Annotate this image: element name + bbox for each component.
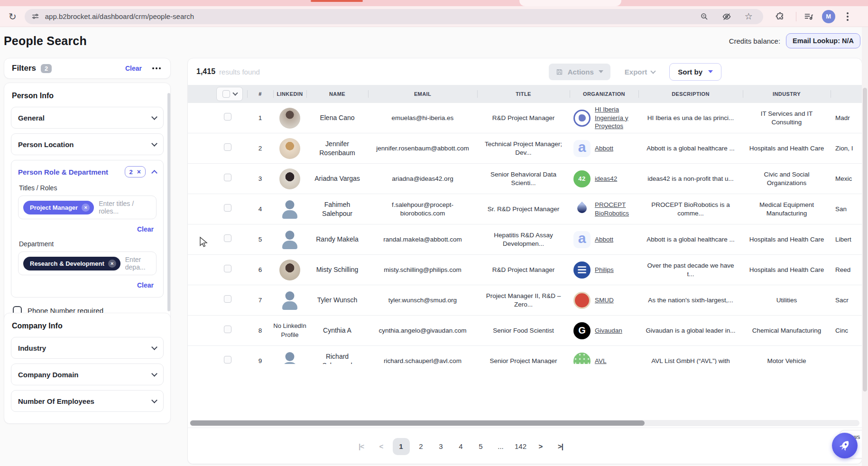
- remove-tag-icon[interactable]: ×: [82, 204, 90, 212]
- select-all-checkbox[interactable]: [222, 90, 230, 98]
- chevron-up-icon[interactable]: [151, 170, 157, 176]
- department-clear-button[interactable]: Clear: [137, 281, 154, 289]
- table-row[interactable]: 2 Jennifer Rosenbaum jennifer.rosenbaum@…: [188, 133, 862, 164]
- filter-section-number-of-employees[interactable]: Number Of Employees: [11, 390, 164, 412]
- row-checkbox[interactable]: [224, 174, 231, 181]
- horizontal-scrollbar-thumb[interactable]: [190, 420, 645, 426]
- table-row[interactable]: 4 Fahimeh Salehpour f.salehpour@procept-…: [188, 194, 862, 224]
- column-header-name[interactable]: NAME: [306, 85, 368, 103]
- person-location: Sacr: [831, 296, 862, 305]
- sort-by-button[interactable]: Sort by: [669, 63, 721, 81]
- row-checkbox[interactable]: [224, 204, 231, 212]
- role-section-title[interactable]: Person Role & Department: [18, 168, 108, 176]
- table-row[interactable]: 8 No LinkedIn Profile Cynthia A cynthia.…: [188, 316, 862, 346]
- column-header-email[interactable]: EMAIL: [368, 85, 477, 103]
- row-checkbox[interactable]: [224, 113, 231, 121]
- organization-link[interactable]: Abbott: [595, 235, 613, 244]
- address-bar[interactable]: app.b2brocket.ai/dashboard/crm/people-se…: [25, 9, 763, 24]
- zoom-icon[interactable]: [700, 12, 709, 21]
- remove-tag-icon[interactable]: ×: [108, 260, 116, 268]
- linkedin-avatar[interactable]: No LinkedIn Profile: [273, 322, 306, 340]
- column-header-[interactable]: #: [247, 85, 273, 103]
- filter-section-general[interactable]: General: [11, 107, 164, 129]
- extensions-icon[interactable]: [776, 12, 785, 21]
- page-scrollbar-thumb[interactable]: [863, 88, 867, 391]
- person-email: richard.schauperl@avl.com: [368, 357, 477, 364]
- row-checkbox[interactable]: [224, 143, 231, 151]
- prev-page-button[interactable]: <: [373, 438, 390, 455]
- page-button-1[interactable]: 1: [393, 438, 410, 455]
- filter-section-company-domain[interactable]: Company Domain: [11, 363, 164, 385]
- table-row[interactable]: 3 Ariadna Vargas ariadna@ideas42.org Sen…: [188, 164, 862, 194]
- table-row[interactable]: 7 Tyler Wunsch tyler.wunsch@smud.org Pro…: [188, 285, 862, 316]
- role-count-badge[interactable]: 2 ×: [125, 166, 146, 177]
- department-input[interactable]: Research & Development × Enter depa...: [18, 252, 157, 275]
- row-checkbox[interactable]: [224, 356, 231, 363]
- organization-link[interactable]: Givaudan: [595, 326, 622, 335]
- export-button[interactable]: Export: [625, 68, 656, 76]
- organization-link[interactable]: HI Iberia Ingeniería y Proyectos: [595, 105, 637, 130]
- linkedin-avatar[interactable]: [273, 108, 306, 129]
- active-tab[interactable]: [519, 0, 621, 6]
- linkedin-avatar[interactable]: [273, 351, 306, 364]
- table-row[interactable]: 9 Richard Schauperl richard.schauperl@av…: [188, 346, 862, 364]
- last-page-button[interactable]: >|: [552, 438, 569, 455]
- organization-link[interactable]: AVL: [595, 357, 607, 364]
- titles-roles-input[interactable]: Project Manager × Enter titles / roles..…: [18, 196, 157, 219]
- filters-scrollbar[interactable]: [167, 93, 170, 311]
- linkedin-avatar[interactable]: [273, 260, 306, 280]
- next-page-button[interactable]: >: [532, 438, 549, 455]
- page-button-3[interactable]: 3: [433, 438, 450, 455]
- column-header-title[interactable]: TITLE: [477, 85, 570, 103]
- title-tag-label: Project Manager: [30, 204, 78, 211]
- filter-section-person-location[interactable]: Person Location: [11, 133, 164, 155]
- page-button-2[interactable]: 2: [413, 438, 430, 455]
- row-checkbox[interactable]: [224, 326, 231, 333]
- select-all-control[interactable]: [216, 87, 243, 101]
- page-button-142[interactable]: 142: [512, 438, 529, 455]
- role-clear-x-icon[interactable]: ×: [137, 168, 141, 176]
- linkedin-avatar[interactable]: [273, 168, 306, 189]
- bookmark-star-icon[interactable]: ☆: [745, 12, 753, 21]
- organization-link[interactable]: PROCEPT BioRobotics: [595, 201, 637, 218]
- profile-avatar[interactable]: M: [822, 10, 835, 23]
- title-tag: Project Manager ×: [23, 201, 94, 214]
- browser-menu-icon[interactable]: [845, 10, 850, 23]
- page-button-4[interactable]: 4: [452, 438, 470, 455]
- credits-value-pill[interactable]: Email Lookup: N/A: [786, 33, 860, 48]
- column-header-linkedin[interactable]: LINKEDIN: [273, 85, 306, 103]
- linkedin-avatar[interactable]: [273, 199, 306, 220]
- first-page-button[interactable]: |<: [353, 438, 370, 455]
- table-row[interactable]: 5 Randy Makela randal.makela@abbott.com …: [188, 224, 862, 255]
- table-row[interactable]: 1 Elena Cano emuelas@hi-iberia.es R&D Pr…: [188, 103, 862, 133]
- row-checkbox[interactable]: [224, 265, 231, 272]
- site-info-icon[interactable]: [31, 12, 39, 20]
- organization-cell: 42 ideas42: [570, 170, 638, 187]
- linkedin-avatar[interactable]: [273, 229, 306, 250]
- column-header-organization[interactable]: ORGANIZATION: [570, 85, 638, 103]
- column-header-description[interactable]: DESCRIPTION: [638, 85, 743, 103]
- linkedin-avatar[interactable]: [273, 138, 306, 159]
- column-header-industry[interactable]: INDUSTRY: [743, 85, 831, 103]
- reload-icon[interactable]: ↻: [9, 12, 17, 21]
- organization-link[interactable]: SMUD: [595, 296, 614, 305]
- row-checkbox[interactable]: [224, 295, 231, 303]
- filter-section-industry[interactable]: Industry: [11, 337, 164, 359]
- page-scrollbar-track[interactable]: [862, 27, 868, 466]
- actions-button[interactable]: Actions: [549, 64, 610, 80]
- row-checkbox[interactable]: [224, 234, 231, 242]
- titles-clear-button[interactable]: Clear: [137, 225, 154, 233]
- horizontal-scrollbar-track[interactable]: [190, 420, 859, 426]
- organization-link[interactable]: Abbott: [595, 144, 613, 153]
- filters-more-icon[interactable]: [150, 65, 163, 71]
- eye-off-icon[interactable]: [722, 12, 731, 21]
- linkedin-avatar[interactable]: [273, 290, 306, 311]
- filters-clear-button[interactable]: Clear: [125, 65, 142, 72]
- organization-link[interactable]: Philips: [595, 266, 614, 274]
- page-button-5[interactable]: 5: [472, 438, 489, 455]
- reading-list-icon[interactable]: [804, 12, 813, 21]
- organization-link[interactable]: ideas42: [595, 175, 617, 183]
- table-row[interactable]: 6 Misty Schilling misty.schilling@philip…: [188, 255, 862, 285]
- rocket-fab-button[interactable]: [832, 433, 858, 458]
- filter-section-label: Industry: [18, 344, 46, 352]
